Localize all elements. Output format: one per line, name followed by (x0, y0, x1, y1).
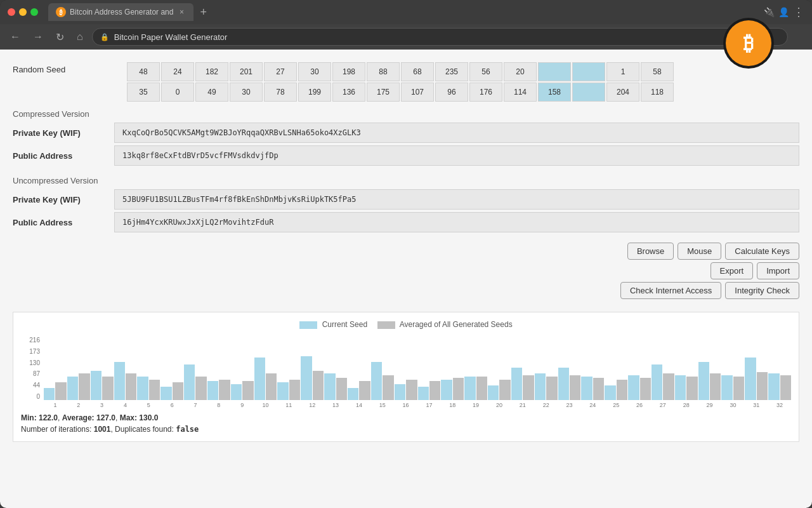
bar-blue (464, 377, 475, 400)
minimize-traffic-light[interactable] (19, 8, 27, 16)
forward-button[interactable]: → (29, 29, 47, 45)
bar-gray (663, 373, 674, 400)
bar-gray (336, 378, 347, 400)
bar-gray (289, 380, 300, 400)
bar-blue (628, 375, 639, 400)
lock-icon: 🔒 (100, 33, 109, 41)
seed-cell: 24 (161, 62, 194, 81)
uncompressed-public-address-value: 16jHm4YcxKRUwxJxXjLQ2rMovihtzFduR (114, 212, 799, 232)
compressed-private-key-row: Private Key (WIF) KxqCoQrBo5QCVK5AMgt9W2… (13, 123, 799, 143)
compressed-private-key-value: KxqCoQrBo5QCVK5AMgt9W2BJoYRqqaQXRBvLSNHa… (114, 123, 799, 143)
x-axis-label: 27 (652, 402, 674, 408)
check-integrity-row: Check Internet Access Integrity Check (13, 282, 799, 299)
bar-gray (593, 378, 604, 400)
bar-group (114, 362, 137, 400)
stats-min-avg-max: Min: 122.0, Average: 127.0, Max: 130.0 (21, 413, 791, 422)
x-axis-label: 4 (114, 402, 137, 408)
x-axis-label: 14 (348, 402, 370, 408)
duplicates-label: Duplicates found: (115, 425, 174, 434)
x-axis-label: 18 (441, 402, 464, 408)
bar-blue (418, 387, 429, 400)
seed-cell: 88 (367, 62, 400, 81)
seed-cell: 35 (127, 83, 160, 102)
bar-group (698, 362, 721, 400)
mouse-button[interactable]: Mouse (678, 243, 721, 260)
chart-legend: Current Seed Averaged of All Generated S… (21, 320, 791, 329)
close-traffic-light[interactable] (8, 8, 15, 16)
bar-blue (721, 375, 732, 400)
x-axis-label: 25 (605, 402, 627, 408)
export-button[interactable]: Export (710, 262, 754, 279)
legend-averaged-swatch: Averaged of All Generated Seeds (377, 320, 513, 329)
seed-cell: 96 (435, 83, 468, 102)
bar-blue (371, 362, 382, 400)
seed-cell: 235 (435, 62, 468, 81)
x-axis-label: 23 (558, 402, 581, 408)
traffic-lights (8, 8, 38, 16)
import-button[interactable]: Import (757, 262, 799, 279)
bar-group (184, 364, 207, 400)
y-axis-label: 216 (21, 337, 40, 344)
menu-dots-icon[interactable]: ⋮ (793, 5, 804, 19)
bar-blue (652, 364, 662, 400)
bar-group (348, 381, 370, 400)
extension-icon: 🔌 (764, 7, 775, 17)
bar-blue (511, 368, 522, 400)
profile-icon[interactable]: 👤 (778, 7, 789, 17)
bar-group (675, 375, 698, 400)
bar-gray (476, 377, 487, 400)
x-axis-label: 24 (581, 402, 604, 408)
bar-gray (406, 380, 417, 400)
bar-gray (266, 373, 277, 400)
bar-gray (126, 373, 136, 400)
uncompressed-private-key-label: Private Key (WIF) (13, 195, 114, 204)
x-axis-label: 15 (371, 402, 394, 408)
bar-group (745, 358, 768, 400)
bar-gray (546, 377, 557, 400)
seed-cell: 56 (469, 62, 502, 81)
bar-group (535, 373, 558, 400)
x-axis-label: 2 (67, 402, 90, 408)
bar-group (395, 380, 417, 400)
chart-section: Current Seed Averaged of All Generated S… (13, 312, 799, 442)
fullscreen-traffic-light[interactable] (30, 8, 38, 16)
seed-row-2: 35049307819913617510796176114158204118 (127, 83, 799, 102)
bar-gray (570, 375, 580, 400)
legend-averaged-label: Averaged of All Generated Seeds (400, 320, 513, 329)
max-value: 130.0 (139, 413, 158, 422)
bar-group (418, 381, 441, 400)
bitcoin-avatar-bg: ₿ (723, 18, 774, 69)
tab-title: Bitcoin Address Generator and (70, 8, 173, 17)
calculate-keys-button[interactable]: Calculate Keys (725, 243, 799, 260)
legend-current-label: Current Seed (322, 320, 367, 329)
bar-group (160, 382, 183, 400)
uncompressed-public-address-label: Public Address (13, 218, 114, 227)
address-bar[interactable]: 🔒 Bitcoin Paper Wallet Generator (92, 28, 788, 46)
y-axis: 21617313087440 (21, 337, 43, 400)
tab-close-button[interactable]: × (177, 8, 186, 17)
x-axis-label: 29 (698, 402, 721, 408)
x-axis-label: 17 (418, 402, 441, 408)
home-button[interactable]: ⌂ (73, 29, 87, 45)
browse-button[interactable]: Browse (627, 243, 674, 260)
bar-gray (710, 373, 721, 400)
new-tab-button[interactable]: + (196, 6, 211, 19)
bar-blue (605, 385, 615, 400)
seed-cell: 182 (195, 62, 228, 81)
integrity-check-button[interactable]: Integrity Check (725, 282, 799, 299)
bar-blue (348, 388, 358, 400)
x-axis-label: 32 (768, 402, 791, 408)
back-button[interactable]: ← (6, 29, 24, 45)
bar-blue (768, 373, 779, 400)
active-tab[interactable]: ₿ Bitcoin Address Generator and × (48, 3, 193, 21)
bar-gray (55, 382, 66, 400)
reload-button[interactable]: ↻ (52, 29, 68, 46)
bar-group (441, 378, 464, 400)
bar-blue (91, 371, 102, 400)
bar-gray (195, 377, 206, 400)
check-internet-button[interactable]: Check Internet Access (620, 282, 721, 299)
bar-blue (114, 362, 125, 400)
seed-cell: 27 (264, 62, 297, 81)
max-label: Max: (120, 413, 137, 422)
bar-group (511, 368, 534, 400)
